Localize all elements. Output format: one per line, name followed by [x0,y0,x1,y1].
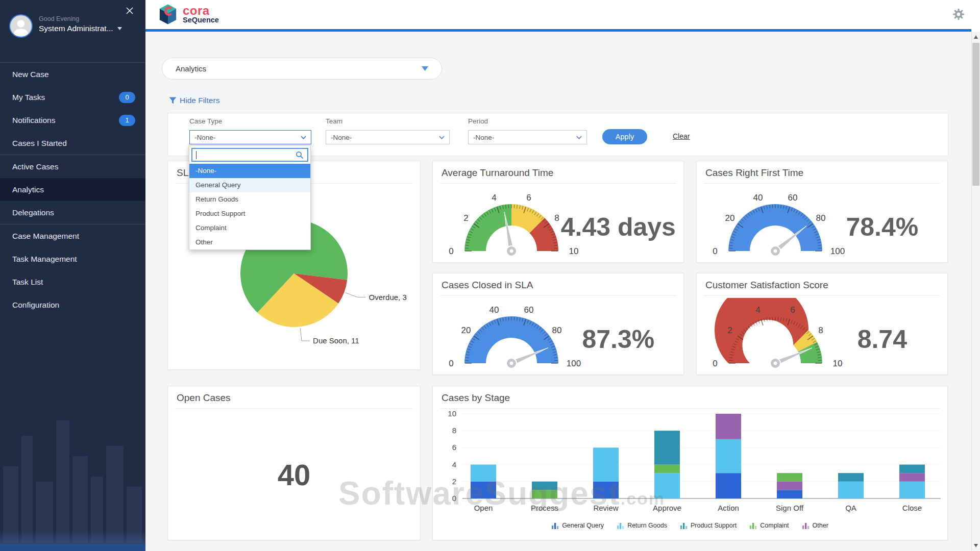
panel-title: Cases by Stage [440,386,940,409]
svg-text:10: 10 [569,246,579,256]
app-root: Good Evening System Administrat... New C… [0,0,980,551]
chevron-down-icon [422,66,428,71]
close-icon[interactable] [124,5,135,16]
legend-bars-icon [680,522,688,529]
sidebar-item-my-tasks[interactable]: My Tasks0 [0,86,145,109]
period-value: -None- [473,134,494,141]
scroll-up-arrow[interactable] [974,35,978,39]
team-value: -None- [331,134,352,141]
panel-title: Customer Satisfaction Score [704,273,940,296]
legend-label: Other [813,522,828,529]
legend-item[interactable]: Return Goods [617,522,667,529]
satisfaction-value: 8.74 [822,324,943,354]
sidebar-item-analytics[interactable]: Analytics [0,178,145,201]
avg-turnaround-value: 4.43 days [558,212,679,242]
sidebar-item-delegations[interactable]: Delegations [0,201,145,224]
team-label: Team [326,117,342,125]
right-first-time-panel: Cases Right First Time 020406080100 78.4… [696,161,948,263]
nav-label: Notifications [12,116,55,125]
sidebar-item-configuration[interactable]: Configuration [0,293,145,316]
legend-item[interactable]: General Query [552,522,604,529]
case-type-select[interactable]: -None- [189,130,311,144]
filter-funnel-icon [168,96,177,105]
closed-in-sla-panel: Cases Closed in SLA 020406080100 87.3% [432,273,684,375]
logo-cube-icon [158,4,178,26]
svg-text:2: 2 [463,213,468,223]
svg-text:6: 6 [526,193,531,203]
chevron-down-icon [439,136,445,139]
svg-text:20: 20 [461,325,471,335]
hide-filters-toggle[interactable]: Hide Filters [168,96,219,105]
avatar [9,14,33,38]
header-accent-line [145,29,971,32]
nav-label: Case Management [12,232,79,241]
sidebar-item-task-management[interactable]: Task Management [0,247,145,270]
nav-label: Task Management [12,255,77,264]
svg-text:0: 0 [449,246,453,256]
team-select[interactable]: -None- [326,130,450,144]
chevron-down-icon [301,136,306,139]
nav-label: Active Cases [12,162,58,171]
settings-gear-icon[interactable] [952,8,965,20]
my-tasks-badge: 0 [119,92,135,103]
logo-secondary-text: SeQuence [183,16,219,24]
legend-label: Product Support [691,522,737,529]
dropdown-search-box[interactable] [191,148,308,162]
vertical-scrollbar[interactable] [971,32,980,551]
svg-text:4: 4 [492,193,496,203]
svg-text:8: 8 [452,426,456,435]
svg-text:6: 6 [790,305,795,315]
sidebar-item-case-management[interactable]: Case Management [0,224,145,247]
nav-label: Configuration [12,300,59,310]
clear-link[interactable]: Clear [673,132,690,140]
sidebar-item-cases-i-started[interactable]: Cases I Started [0,132,145,155]
legend-bars-icon [802,522,810,529]
dropdown-option[interactable]: Other [189,235,310,249]
case-type-label: Case Type [189,117,222,125]
dropdown-option[interactable]: General Query [189,178,310,192]
sidebar-item-new-case[interactable]: New Case [0,63,145,86]
panel-title: Cases Right First Time [704,161,940,184]
notifications-badge: 1 [119,115,135,126]
legend-item[interactable]: Product Support [680,522,737,529]
period-select[interactable]: -None- [468,130,587,144]
svg-text:0: 0 [449,359,453,368]
greeting-text: Good Evening [39,15,122,22]
period-label: Period [468,117,488,125]
scrollbar-thumb[interactable] [972,43,979,186]
nav-label: New Case [12,70,49,79]
sidebar-item-task-list[interactable]: Task List [0,270,145,293]
legend-bars-icon [617,522,624,529]
svg-text:Review: Review [593,504,618,512]
dashboard-view-select[interactable]: Analytics [162,58,442,80]
user-profile[interactable]: Good Evening System Administrat... [9,14,122,38]
legend-item[interactable]: Other [802,522,828,529]
chevron-down-icon[interactable] [117,27,122,30]
logo-primary-text: cora [183,5,219,16]
svg-text:Action: Action [718,504,739,512]
svg-text:4: 4 [452,460,456,469]
sidebar: Good Evening System Administrat... New C… [0,0,145,551]
sidebar-item-active-cases[interactable]: Active Cases [0,155,145,178]
satisfaction-panel: Customer Satisfaction Score 0246810 8.74 [696,273,948,375]
search-input[interactable] [197,151,296,159]
sidebar-item-notifications[interactable]: Notifications1 [0,109,145,132]
view-select-value: Analytics [176,64,206,73]
legend-item[interactable]: Complaint [750,522,789,529]
nav-label: Analytics [12,185,44,194]
open-cases-panel: Open Cases 40 [167,386,421,540]
svg-text:Overdue, 3: Overdue, 3 [369,293,407,302]
svg-text:Close: Close [902,504,922,512]
svg-text:20: 20 [725,213,735,223]
city-skyline-decoration [0,398,145,551]
case-type-value: -None- [194,134,215,141]
dropdown-option[interactable]: Product Support [189,207,310,221]
scroll-down-arrow[interactable] [974,544,978,547]
top-header: cora SeQuence [145,0,980,29]
dropdown-option[interactable]: -None- [189,164,310,178]
svg-text:Process: Process [531,504,558,512]
chart-legend: General QueryReturn GoodsProduct Support… [433,522,947,529]
apply-button[interactable]: Apply [602,129,647,144]
dropdown-option[interactable]: Complaint [189,221,310,235]
dropdown-option[interactable]: Return Goods [189,192,310,207]
